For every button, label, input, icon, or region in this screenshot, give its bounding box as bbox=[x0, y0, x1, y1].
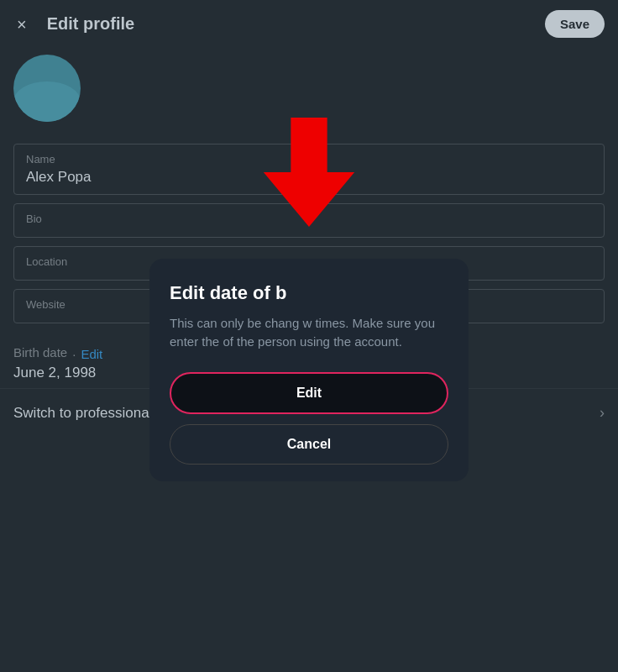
modal-overlay: Edit date of b This can only be chang w … bbox=[0, 0, 618, 672]
modal-title: Edit date of b bbox=[170, 282, 448, 304]
red-arrow-icon bbox=[259, 118, 359, 227]
svg-marker-0 bbox=[264, 118, 354, 227]
modal-body: This can only be chang w times. Make sur… bbox=[170, 314, 448, 352]
red-arrow-annotation bbox=[259, 118, 359, 230]
modal-cancel-button[interactable]: Cancel bbox=[170, 424, 448, 465]
modal-dialog: Edit date of b This can only be chang w … bbox=[149, 259, 469, 481]
modal-edit-button[interactable]: Edit bbox=[170, 372, 448, 414]
